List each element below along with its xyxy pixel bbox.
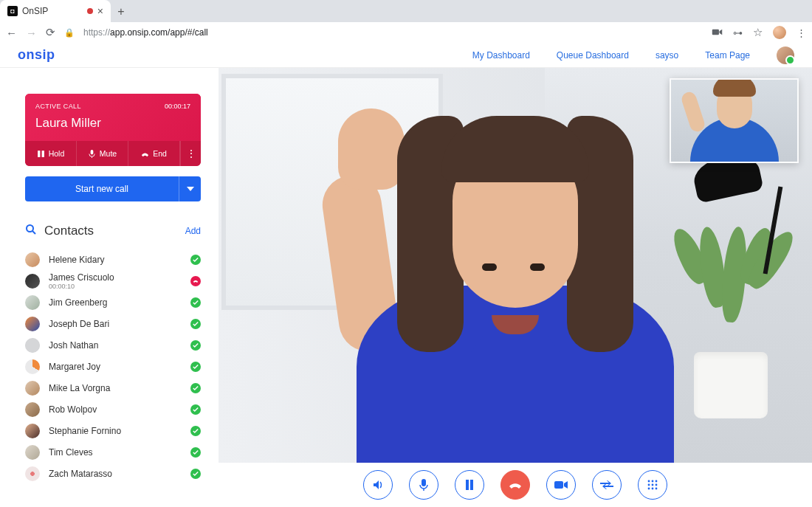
address-bar: ← → ⟳ 🔒 https://app.onsip.com/app/#/call… [0,22,812,43]
active-call-name: Laura Miller [35,116,190,131]
contact-item[interactable]: Margaret Joy [25,356,201,377]
contact-name: Jim Greenberg [49,297,107,308]
call-more-button[interactable]: ⋮ [180,141,201,166]
contact-text: Joseph De Bari [49,319,109,329]
svg-point-12 [656,480,658,483]
contacts-list: Helene KidaryJames Criscuolo00:00:10Jim … [25,249,201,484]
status-icon [190,447,201,458]
contact-text: Tim Cleves [49,447,93,458]
key-icon[interactable]: ⊶ [733,27,743,38]
svg-line-5 [32,231,35,234]
recording-icon [87,8,93,14]
contact-text: Stephanie Fornino [49,426,121,436]
contact-avatar [25,338,40,353]
active-call-header: ACTIVE CALL 00:00:17 Laura Miller [25,94,201,141]
contact-text: Rob Wolpov [49,404,97,415]
video-button[interactable] [546,470,576,500]
contact-item[interactable]: Jim Greenberg [25,292,201,313]
svg-rect-7 [466,480,469,490]
svg-rect-3 [90,150,93,154]
contact-avatar [25,295,40,310]
contact-name: Helene Kidary [49,255,104,265]
end-button[interactable]: End [128,141,180,166]
status-icon [190,255,201,265]
contact-item[interactable]: Helene Kidary [25,249,201,270]
contacts-header: Contacts Add [25,224,201,238]
add-contact-button[interactable]: Add [185,226,201,236]
contact-text: Zach Matarasso [49,469,112,479]
search-icon[interactable] [25,224,37,238]
svg-point-18 [656,488,658,490]
nav-team-page[interactable]: Team Page [705,50,750,61]
contact-item[interactable]: Mike La Vorgna [25,377,201,399]
tab-strip: ◘ OnSIP × + [0,0,812,22]
nav-my-dashboard[interactable]: My Dashboard [472,50,530,61]
contact-name: Margaret Joy [49,362,100,372]
close-tab-icon[interactable]: × [97,6,103,16]
status-icon [190,404,201,415]
transfer-button[interactable] [592,470,622,500]
mic-button[interactable] [409,470,438,500]
status-icon [190,383,201,393]
profile-avatar[interactable] [773,26,786,39]
svg-rect-6 [422,479,426,486]
contact-subtext: 00:00:10 [49,283,114,290]
main-video-feed [219,68,812,463]
contact-item[interactable]: Josh Nathan [25,334,201,356]
nav-queue-dashboard[interactable]: Queue Dashboard [557,50,629,61]
contact-avatar [25,317,40,331]
contact-avatar [25,466,40,481]
nav-sayso[interactable]: sayso [656,50,678,61]
app-header: onsip My Dashboard Queue Dashboard sayso… [0,43,812,68]
menu-icon[interactable]: ⋮ [796,27,806,38]
speaker-button[interactable] [363,470,393,500]
logo[interactable]: onsip [18,47,55,63]
contact-item[interactable]: James Criscuolo00:00:10 [25,270,201,292]
status-icon [190,297,201,308]
contact-item[interactable]: Zach Matarasso [25,463,201,484]
svg-point-15 [656,484,658,486]
mute-button[interactable]: Mute [77,141,128,166]
url-protocol: https:// [83,27,110,38]
start-call-dropdown[interactable] [179,176,201,201]
status-icon [190,319,201,329]
contact-text: James Criscuolo00:00:10 [49,272,114,290]
contact-text: Margaret Joy [49,362,100,372]
svg-rect-9 [554,481,563,489]
mute-label: Mute [100,149,117,158]
active-call-timer: 00:00:17 [165,103,190,110]
contact-item[interactable]: Tim Cleves [25,441,201,463]
url-display[interactable]: https://app.onsip.com/app/#/call [83,27,208,38]
forward-icon[interactable]: → [26,27,37,39]
start-call-button[interactable]: Start new call [25,176,179,201]
browser-tab[interactable]: ◘ OnSIP × [0,0,111,22]
reload-icon[interactable]: ⟳ [46,26,55,39]
contact-name: Tim Cleves [49,447,93,458]
active-call-actions: Hold Mute End ⋮ [25,141,201,166]
pause-button[interactable] [455,470,484,500]
lock-icon: 🔒 [64,28,75,38]
chrome-actions: ⊶ ☆ ⋮ [712,26,806,39]
contact-text: Helene Kidary [49,255,104,265]
contact-item[interactable]: Joseph De Bari [25,313,201,334]
contact-text: Jim Greenberg [49,297,107,308]
hold-label: Hold [49,149,65,158]
svg-rect-0 [712,30,719,35]
new-tab-button[interactable]: + [111,1,131,22]
hangup-button[interactable] [500,470,530,500]
svg-point-14 [652,484,654,486]
contact-item[interactable]: Rob Wolpov [25,399,201,420]
contact-name: Zach Matarasso [49,469,112,479]
user-avatar[interactable] [777,46,794,64]
browser-chrome: ◘ OnSIP × + ← → ⟳ 🔒 https://app.onsip.co… [0,0,812,43]
bookmark-icon[interactable]: ☆ [753,26,763,39]
contact-avatar [25,252,40,267]
contact-item[interactable]: Stephanie Fornino [25,420,201,441]
contact-name: Rob Wolpov [49,404,97,415]
dialpad-button[interactable] [638,470,667,500]
back-icon[interactable]: ← [6,27,17,39]
self-video-pip[interactable] [670,78,799,163]
hold-button[interactable]: Hold [25,141,77,166]
video-area [219,68,812,507]
camera-icon[interactable] [712,26,723,39]
